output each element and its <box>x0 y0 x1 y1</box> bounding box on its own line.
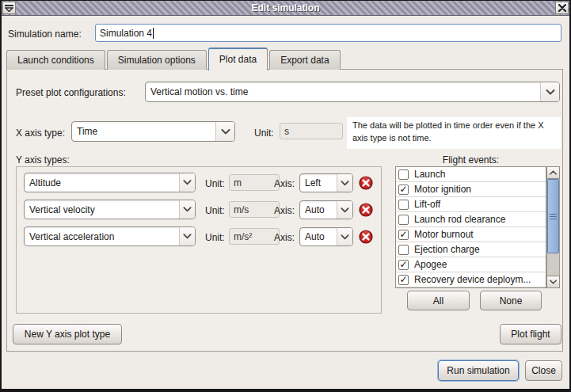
plot-flight-label: Plot flight <box>511 329 550 340</box>
axis-value: Auto <box>300 201 337 219</box>
unit-field: m/s <box>229 201 280 218</box>
y-axis-type-value: Vertical velocity <box>25 200 179 219</box>
delete-icon[interactable] <box>359 203 373 217</box>
text-caret <box>153 28 154 39</box>
plot-flight-button[interactable]: Plot flight <box>500 324 561 344</box>
flight-event-row[interactable]: Ejection charge <box>396 242 546 257</box>
tab-launch-conditions[interactable]: Launch conditions <box>6 50 105 70</box>
checkbox[interactable] <box>398 245 409 255</box>
simulation-name-value: Simulation 4 <box>100 28 152 39</box>
unit-label: Unit: <box>205 232 225 243</box>
close-button-label: Close <box>531 365 556 376</box>
y-axis-types-label: Y axis types: <box>16 154 70 166</box>
y-axis-type-select-2[interactable]: Vertical velocity <box>24 200 196 219</box>
flight-event-label: Motor ignition <box>414 184 471 195</box>
checkbox[interactable] <box>398 215 409 225</box>
flight-events-scrollbar[interactable] <box>546 166 560 288</box>
chevron-down-icon <box>179 227 195 245</box>
y-axis-type-value: Vertical acceleration <box>25 227 179 245</box>
x-axis-unit-label: Unit: <box>254 127 274 139</box>
unit-value: m/s² <box>234 231 252 242</box>
axis-label: Axis: <box>274 205 295 216</box>
chevron-down-icon <box>215 122 234 141</box>
checkbox[interactable]: ✓ <box>398 275 409 285</box>
tab-label: Simulation options <box>118 55 196 66</box>
checkbox[interactable]: ✓ <box>398 260 409 270</box>
flight-event-row[interactable]: ✓Recovery device deploym... <box>396 272 546 287</box>
all-button[interactable]: All <box>407 291 470 310</box>
y-axis-type-select-1[interactable]: Altitude <box>24 173 196 192</box>
simulation-name-input[interactable]: Simulation 4 <box>95 24 561 42</box>
tab-label: Export data <box>280 55 329 66</box>
flight-events-list[interactable]: Launch ✓Motor ignition Lift-off Launch r… <box>395 166 546 288</box>
scroll-down-button[interactable] <box>546 276 560 288</box>
flight-event-label: Motor burnout <box>414 229 474 240</box>
axis-select-3[interactable]: Auto <box>299 227 353 246</box>
axis-label: Axis: <box>274 232 295 243</box>
chevron-down-icon <box>337 201 352 219</box>
checkbox[interactable] <box>398 169 409 180</box>
window-menu-button[interactable] <box>2 2 16 14</box>
flight-event-row[interactable]: ✓Apogee <box>396 257 546 272</box>
checkbox[interactable]: ✓ <box>398 185 409 195</box>
new-y-axis-plot-type-label: New Y axis plot type <box>25 329 110 340</box>
x-axis-type-select[interactable]: Time <box>71 121 235 142</box>
flight-event-row[interactable]: ✓Motor ignition <box>396 182 546 197</box>
x-axis-unit-field: s <box>280 123 343 139</box>
close-button[interactable]: Close <box>525 360 562 381</box>
flight-event-label: Ejection charge <box>414 244 480 255</box>
chevron-down-icon <box>179 200 195 219</box>
delete-icon[interactable] <box>359 230 373 244</box>
chevron-down-icon <box>540 82 559 101</box>
flight-event-label: Launch <box>414 169 445 180</box>
flight-event-row[interactable]: Lift-off <box>396 197 546 212</box>
flight-event-label: Lift-off <box>414 199 440 210</box>
axis-value: Auto <box>300 228 337 245</box>
flight-event-row[interactable]: ✓Motor burnout <box>396 227 546 242</box>
axis-select-1[interactable]: Left <box>299 173 353 192</box>
axis-value: Left <box>300 174 337 192</box>
scroll-up-button[interactable] <box>546 166 560 179</box>
new-y-axis-plot-type-button[interactable]: New Y axis plot type <box>13 324 122 344</box>
checkbox[interactable]: ✓ <box>398 230 409 240</box>
flight-event-row[interactable]: Launch <box>396 167 546 182</box>
delete-icon[interactable] <box>359 176 373 190</box>
flight-event-label: Apogee <box>414 259 447 270</box>
flight-event-row[interactable]: Launch rod clearance <box>396 212 546 227</box>
none-button[interactable]: None <box>480 291 542 310</box>
preset-config-value: Vertical motion vs. time <box>146 82 540 101</box>
tab-plot-data[interactable]: Plot data <box>208 48 268 70</box>
y-axis-type-value: Altitude <box>25 173 179 192</box>
tab-simulation-options[interactable]: Simulation options <box>107 50 207 70</box>
none-button-label: None <box>500 295 523 306</box>
axis-label: Axis: <box>274 178 295 189</box>
close-window-button[interactable] <box>555 2 569 14</box>
chevron-up-icon <box>550 170 557 175</box>
chevron-down-icon <box>337 228 352 245</box>
x-axis-unit-value: s <box>284 126 289 137</box>
preset-config-select[interactable]: Vertical motion vs. time <box>145 82 560 102</box>
flight-event-label: Recovery device deploym... <box>414 274 531 285</box>
unit-value: m <box>234 177 242 188</box>
title-bar[interactable]: Edit simulation <box>2 1 569 16</box>
axis-select-2[interactable]: Auto <box>299 200 353 219</box>
unit-field: m/s² <box>229 228 280 245</box>
unit-label: Unit: <box>205 178 225 189</box>
window-menu-icon <box>5 5 13 12</box>
unit-label: Unit: <box>205 205 225 216</box>
tab-label: Plot data <box>219 54 257 65</box>
flight-event-label: Launch rod clearance <box>414 214 505 225</box>
run-simulation-label: Run simulation <box>447 365 509 376</box>
chevron-down-icon <box>550 280 557 284</box>
scrollbar-thumb[interactable] <box>547 179 559 253</box>
chevron-down-icon <box>179 173 195 192</box>
y-axis-type-select-3[interactable]: Vertical acceleration <box>24 226 196 246</box>
close-icon <box>558 4 566 12</box>
unit-value: m/s <box>234 204 249 215</box>
flight-events-label: Flight events: <box>395 154 546 166</box>
unit-field: m <box>229 174 280 191</box>
run-simulation-button[interactable]: Run simulation <box>438 360 519 381</box>
checkbox[interactable] <box>398 200 409 210</box>
preset-config-label: Preset plot configurations: <box>16 87 126 98</box>
tab-export-data[interactable]: Export data <box>269 50 340 70</box>
